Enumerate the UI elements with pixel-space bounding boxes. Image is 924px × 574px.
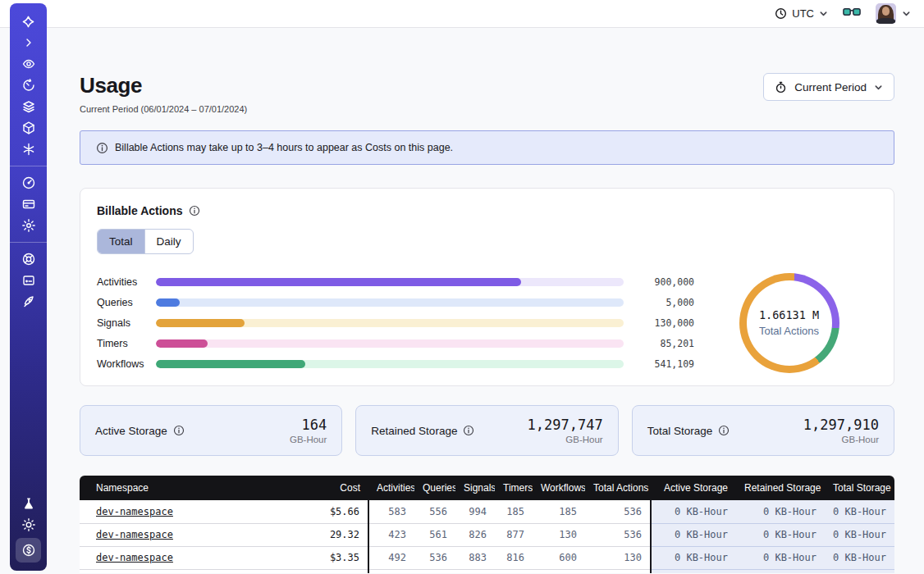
active-storage-value: 164 [290,417,327,433]
cell-active_storage: 0 KB-Hour [651,523,736,546]
cell-workflows: 185 [533,500,585,523]
sidebar-item-feedback[interactable] [16,270,41,291]
chevron-down-icon [902,9,911,18]
info-icon[interactable] [173,425,185,436]
column-header-active_storage: Active Storage [651,476,736,500]
info-icon[interactable] [463,425,474,436]
sidebar-item-schedules[interactable] [16,75,41,96]
history-clock-icon [21,78,36,93]
donut-total-value: 1.66131 M [759,308,819,321]
bar-value: 130,000 [635,317,694,329]
column-header-cost: Cost [281,476,368,500]
sidebar-item-support[interactable] [16,248,41,270]
column-header-signals: Signals [455,476,495,500]
cell-signals: 994 [455,500,495,523]
tab-total[interactable]: Total [98,230,145,253]
retained-storage-unit: GB-Hour [528,435,603,444]
stopwatch-icon [775,81,787,93]
table-row: dev-namespace29.324235618268771305360 KB… [80,523,894,546]
bar-row: Timers85,201 [97,333,694,353]
bar-label: Workflows [97,358,156,370]
sidebar-item-billing[interactable] [16,194,41,215]
namespace-link[interactable]: dev-namespace [96,529,173,540]
cell-queries: 556 [414,500,455,523]
dollar-coin-icon [21,543,36,558]
cell-namespace: dev-namespace [80,523,281,546]
bar-fill [156,298,180,307]
cell-queries: 561 [414,523,455,546]
cell-namespace: dev-namespace [80,546,281,569]
sidebar-item-settings[interactable] [16,215,41,236]
eye-icon [21,57,36,71]
gauge-icon [21,175,36,190]
total-storage-card: Total Storage 1,297,910 GB-Hour [632,405,894,456]
chevron-down-icon [819,9,828,18]
cell-retained_storage: 0 KB-Hour [736,500,825,523]
sidebar-item-expand[interactable] [16,32,41,53]
cell-total_storage: 0 KB-Hour [825,500,894,523]
bar-label: Signals [97,317,156,329]
sidebar [10,3,47,571]
table-row: dev-namespace$3.354925368838166001300 KB… [80,546,894,569]
column-header-activities: Activities [368,476,414,500]
timezone-selector[interactable]: UTC [775,7,828,20]
glasses-icon[interactable] [843,6,861,21]
credit-card-icon [21,197,36,212]
bar-fill [156,360,305,368]
sidebar-item-labs[interactable] [16,493,41,514]
bar-fill [156,278,521,286]
current-period-button[interactable]: Current Period [763,73,894,101]
namespace-link[interactable]: dev-namespace [96,552,173,563]
sidebar-item-home[interactable] [16,11,41,32]
sidebar-item-theme[interactable] [16,514,41,535]
bar-label: Timers [97,338,156,349]
bar-track [156,278,624,286]
asterisk-icon [21,142,36,157]
bar-value: 85,201 [635,338,694,349]
active-storage-card: Active Storage 164 GB-Hour [80,405,342,456]
bar-fill [156,339,208,348]
bar-value: 541,109 [635,358,694,370]
cell-signals: 883 [455,546,495,569]
bar-row: Signals130,000 [97,312,694,333]
total-storage-unit: GB-Hour [803,435,879,444]
sidebar-item-usage[interactable] [16,172,41,194]
chevron-down-icon [874,83,883,92]
bar-track [156,360,624,368]
info-icon [96,142,108,154]
tab-daily[interactable]: Daily [145,230,193,253]
sidebar-item-billing-active[interactable] [16,538,41,563]
cell-timers: 816 [495,546,533,569]
cell-total_actions: 536 [585,523,651,546]
storage-cards: Active Storage 164 GB-Hour Retained Stor… [80,405,894,456]
sidebar-item-layers[interactable] [16,96,41,117]
bar-track [156,339,624,348]
cell-retained_storage: 0 KB-Hour [736,523,825,546]
temporal-logo-icon [21,14,36,30]
layers-icon [21,99,36,114]
info-icon[interactable] [189,205,200,216]
account-menu[interactable] [876,3,911,24]
timezone-label: UTC [792,7,814,20]
sidebar-item-deployments[interactable] [16,117,41,139]
sidebar-divider [10,166,47,166]
info-icon[interactable] [718,425,730,436]
bar-label: Activities [97,276,156,288]
banner-text: Billable Actions may take up to 3–4 hour… [115,142,453,153]
clock-icon [775,7,787,20]
namespace-link[interactable]: dev-namespace [96,506,173,517]
billable-view-tabs: Total Daily [97,229,194,254]
sidebar-item-getting-started[interactable] [16,291,41,312]
cell-workflows: 130 [533,523,585,546]
flask-icon [21,496,36,511]
bar-fill [156,319,245,327]
sidebar-item-namespaces[interactable] [16,53,41,75]
column-header-queries: Queries [414,476,455,500]
sidebar-item-nexus[interactable] [16,139,41,160]
gear-icon [21,218,36,233]
topbar: UTC [0,0,924,28]
retained-storage-card: Retained Storage 1,297,747 GB-Hour [355,405,618,456]
rocket-icon [21,294,36,309]
bar-row: Queries5,000 [97,292,694,312]
cell-active_storage: 0 KB-Hour [651,546,736,569]
